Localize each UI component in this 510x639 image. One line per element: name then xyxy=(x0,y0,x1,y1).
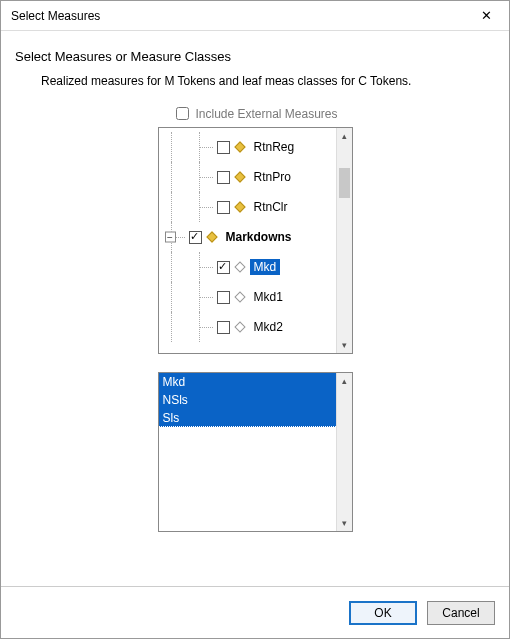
tree-row[interactable]: Mkd2 xyxy=(161,312,334,342)
tree-row[interactable]: −Markdowns xyxy=(161,222,334,252)
scroll-down-icon[interactable]: ▾ xyxy=(337,337,352,353)
tree-item-label[interactable]: Mkd2 xyxy=(250,319,287,335)
tree-indent xyxy=(189,192,217,222)
tree-row[interactable]: RtnReg xyxy=(161,132,334,162)
measure-diamond-icon xyxy=(234,261,245,272)
tree-item-checkbox[interactable] xyxy=(217,141,230,154)
titlebar: Select Measures ✕ xyxy=(1,1,509,31)
measure-diamond-icon xyxy=(234,291,245,302)
tree-indent xyxy=(189,162,217,192)
tree-row[interactable]: RtnClr xyxy=(161,192,334,222)
measure-diamond-icon xyxy=(234,321,245,332)
tree-item-label[interactable]: Markdowns xyxy=(222,229,296,245)
tree-item-checkbox[interactable] xyxy=(217,321,230,334)
list-item[interactable]: Sls xyxy=(159,409,336,427)
collapse-icon[interactable]: − xyxy=(165,232,176,243)
tree-item-label[interactable]: Mkd1 xyxy=(250,289,287,305)
tree-indent xyxy=(161,192,189,222)
tree-scrollbar[interactable]: ▴ ▾ xyxy=(336,128,352,353)
tree-indent xyxy=(161,162,189,192)
list-scrollbar[interactable]: ▴ ▾ xyxy=(336,373,352,531)
window-title: Select Measures xyxy=(11,9,471,23)
tree-indent xyxy=(161,252,189,282)
measure-diamond-icon xyxy=(206,231,217,242)
tree-indent xyxy=(189,132,217,162)
tree-indent xyxy=(161,282,189,312)
tree-indent xyxy=(189,282,217,312)
tree-item-label[interactable]: RtnClr xyxy=(250,199,292,215)
dialog-footer: OK Cancel xyxy=(1,586,509,638)
tree-item-checkbox[interactable] xyxy=(217,201,230,214)
tree-item-checkbox[interactable] xyxy=(189,231,202,244)
measures-tree[interactable]: RtnRegRtnProRtnClr−MarkdownsMkdMkd1Mkd2 … xyxy=(158,127,353,354)
tree-indent xyxy=(161,312,189,342)
include-external-checkbox[interactable] xyxy=(176,107,189,120)
cancel-button[interactable]: Cancel xyxy=(427,601,495,625)
tree-item-label[interactable]: RtnPro xyxy=(250,169,295,185)
tree-item-checkbox[interactable] xyxy=(217,291,230,304)
include-external-row: Include External Measures xyxy=(15,104,495,123)
tree-item-checkbox[interactable] xyxy=(217,261,230,274)
page-subheading: Realized measures for M Tokens and leaf … xyxy=(41,74,495,88)
scroll-up-icon[interactable]: ▴ xyxy=(337,373,352,389)
list-item[interactable]: Mkd xyxy=(159,373,336,391)
tree-item-checkbox[interactable] xyxy=(217,171,230,184)
scroll-down-icon[interactable]: ▾ xyxy=(337,515,352,531)
scroll-thumb[interactable] xyxy=(339,168,350,198)
ok-button-label: OK xyxy=(374,606,391,620)
select-measures-dialog: Select Measures ✕ Select Measures or Mea… xyxy=(0,0,510,639)
selected-measures-list[interactable]: MkdNSlsSls ▴ ▾ xyxy=(158,372,353,532)
measure-diamond-icon xyxy=(234,201,245,212)
list-item[interactable]: NSls xyxy=(159,391,336,409)
tree-row[interactable]: Mkd1 xyxy=(161,282,334,312)
ok-button[interactable]: OK xyxy=(349,601,417,625)
measure-diamond-icon xyxy=(234,171,245,182)
tree-indent xyxy=(189,312,217,342)
close-icon[interactable]: ✕ xyxy=(471,6,501,26)
include-external-label: Include External Measures xyxy=(195,107,337,121)
scroll-up-icon[interactable]: ▴ xyxy=(337,128,352,144)
measure-diamond-icon xyxy=(234,141,245,152)
tree-item-label[interactable]: RtnReg xyxy=(250,139,299,155)
tree-indent: − xyxy=(161,222,189,252)
tree-item-label[interactable]: Mkd xyxy=(250,259,281,275)
cancel-button-label: Cancel xyxy=(442,606,479,620)
tree-indent xyxy=(161,132,189,162)
dialog-content: Select Measures or Measure Classes Reali… xyxy=(1,31,509,586)
tree-row[interactable]: Mkd xyxy=(161,252,334,282)
tree-indent xyxy=(189,252,217,282)
page-heading: Select Measures or Measure Classes xyxy=(15,49,495,64)
tree-row[interactable]: RtnPro xyxy=(161,162,334,192)
